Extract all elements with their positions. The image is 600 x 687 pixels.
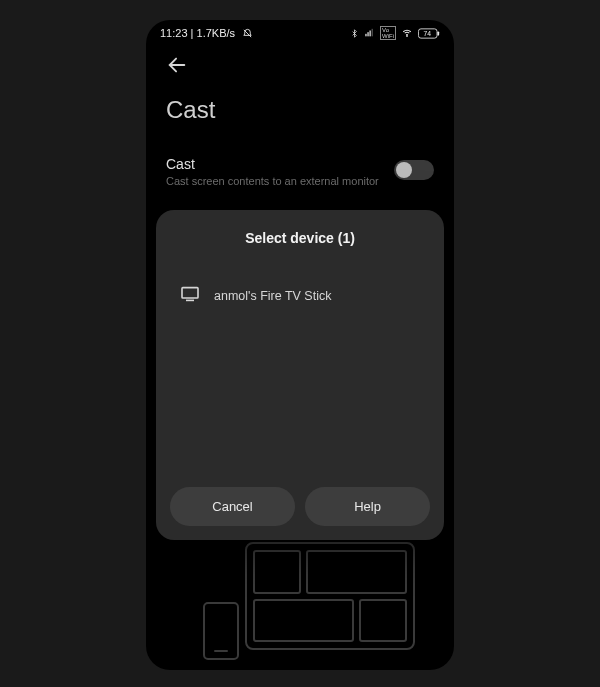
battery-icon: 74 xyxy=(418,28,440,39)
svg-rect-3 xyxy=(370,31,371,37)
dnd-icon xyxy=(242,28,253,39)
device-item[interactable]: anmol's Fire TV Stick xyxy=(170,280,430,312)
cast-setting-title: Cast xyxy=(166,156,379,172)
status-right: VoWiFi 74 xyxy=(350,26,440,40)
svg-rect-4 xyxy=(372,29,373,36)
svg-rect-9 xyxy=(182,288,198,298)
svg-rect-2 xyxy=(367,32,368,36)
cast-setting-description: Cast screen contents to an external moni… xyxy=(166,174,379,188)
status-bar: 11:23 | 1.7KB/s xyxy=(146,20,454,44)
wifi-icon xyxy=(401,28,413,38)
help-button[interactable]: Help xyxy=(305,487,430,526)
cast-setting-row[interactable]: Cast Cast screen contents to an external… xyxy=(166,152,434,202)
select-device-dialog: Select device (1) anmol's Fire TV Stick … xyxy=(156,210,444,540)
status-time: 11:23 xyxy=(160,27,188,39)
cast-toggle[interactable] xyxy=(394,160,434,180)
svg-rect-7 xyxy=(437,31,439,35)
bluetooth-icon xyxy=(350,28,359,39)
tv-icon xyxy=(180,286,200,306)
svg-point-5 xyxy=(407,36,408,37)
dialog-title: Select device (1) xyxy=(170,230,430,246)
vowifi-icon: VoWiFi xyxy=(380,26,396,40)
cast-illustration xyxy=(185,542,415,662)
back-icon[interactable] xyxy=(166,54,188,80)
cast-screen-off-row[interactable]: Cast with screen off You can keep castin… xyxy=(166,662,434,670)
device-name: anmol's Fire TV Stick xyxy=(214,289,331,303)
battery-text: 74 xyxy=(424,30,432,37)
page-title: Cast xyxy=(166,82,434,152)
svg-rect-1 xyxy=(365,34,366,37)
cancel-button[interactable]: Cancel xyxy=(170,487,295,526)
signal-icon xyxy=(364,28,375,38)
status-speed: 1.7KB/s xyxy=(197,27,236,39)
device-list: anmol's Fire TV Stick xyxy=(170,280,430,487)
phone-frame: 11:23 | 1.7KB/s xyxy=(146,20,454,670)
status-left: 11:23 | 1.7KB/s xyxy=(160,27,253,40)
